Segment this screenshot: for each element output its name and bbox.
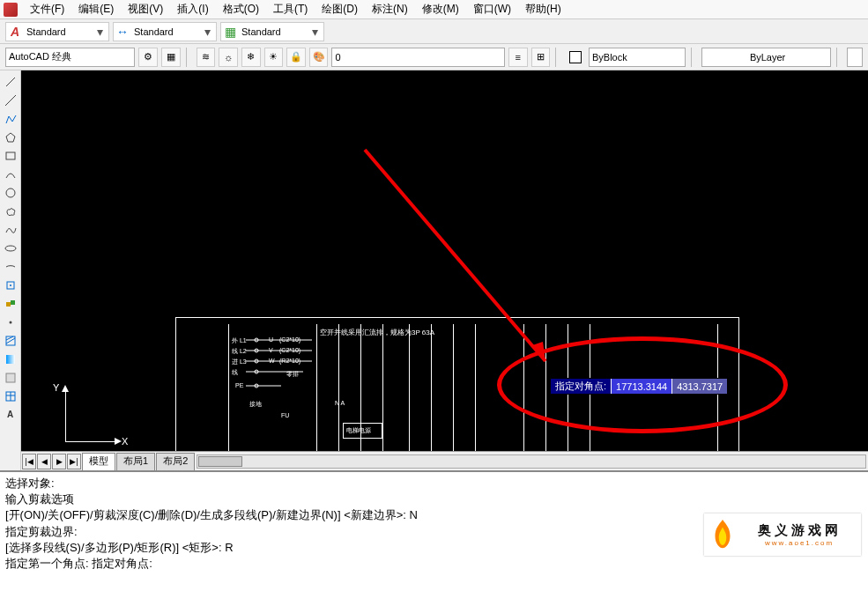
tool-region[interactable] [2, 369, 19, 386]
textstyle-select[interactable] [24, 23, 91, 41]
svg-marker-31 [62, 385, 69, 392]
drawing-canvas-wrap: 空开并线采用汇流排，规格为3P 63A 外 L1 线 L2 进 L3 线 PE … [21, 70, 868, 470]
tab-nav-next[interactable]: ▶ [52, 454, 66, 469]
layer-lock-icon[interactable]: 🔒 [286, 48, 306, 67]
tooltip-y: 4313.7317 [671, 379, 727, 394]
svg-rect-14 [6, 355, 15, 364]
tool-arc[interactable] [2, 166, 19, 182]
menu-window[interactable]: 窗口(W) [466, 0, 518, 18]
dimstyle-select[interactable] [131, 23, 198, 41]
cmd-line: 选择对象: [5, 476, 863, 491]
svg-point-7 [10, 284, 11, 286]
tool-gradient[interactable] [2, 351, 19, 367]
svg-rect-3 [6, 152, 15, 159]
tool-table[interactable] [2, 388, 19, 404]
menu-format[interactable]: 格式(O) [216, 0, 266, 18]
layer-color-icon[interactable]: 🎨 [309, 48, 329, 67]
dropdown-icon[interactable]: ▾ [198, 23, 216, 41]
svg-marker-32 [115, 438, 122, 445]
tab-nav-first[interactable]: |◀ [22, 454, 36, 469]
menu-bar: 文件(F) 编辑(E) 视图(V) 插入(I) 格式(O) 工具(T) 绘图(D… [0, 0, 868, 19]
dropdown-icon[interactable]: ▾ [306, 23, 323, 41]
menu-file[interactable]: 文件(F) [23, 0, 71, 18]
tablestyle-icon[interactable]: ▦ [221, 23, 239, 41]
layer-state-icon[interactable]: ≡ [508, 48, 528, 67]
tool-spline[interactable] [2, 221, 19, 238]
tool-ellipsearc[interactable] [2, 258, 19, 275]
toolpalette-icon[interactable]: ▦ [161, 48, 181, 67]
tool-line[interactable] [2, 73, 19, 90]
draw-toolbar: A [0, 70, 21, 470]
tool-hatch[interactable] [2, 332, 19, 349]
tab-layout1[interactable]: 布局1 [116, 453, 155, 470]
watermark-title: 奥义游戏网 [738, 522, 861, 539]
tool-polygon[interactable] [2, 129, 19, 145]
tool-revcloud[interactable] [2, 203, 19, 219]
watermark-icon [708, 518, 738, 551]
menu-tools[interactable]: 工具(T) [266, 0, 315, 18]
menu-draw[interactable]: 绘图(D) [315, 0, 365, 18]
svg-rect-8 [6, 302, 11, 307]
linetype-select[interactable] [701, 48, 831, 67]
workspace-settings-icon[interactable]: ⚙ [138, 48, 158, 67]
drawing-canvas[interactable]: 空开并线采用汇流排，规格为3P 63A 外 L1 线 L2 进 L3 线 PE … [21, 70, 868, 451]
cmd-line: 输入剪裁选项 [5, 491, 863, 507]
layout-tabbar: |◀ ◀ ▶ ▶| 模型 布局1 布局2 [21, 451, 868, 470]
menu-edit[interactable]: 编辑(E) [71, 0, 121, 18]
tool-insert[interactable] [2, 277, 19, 293]
svg-rect-15 [6, 373, 15, 382]
svg-rect-9 [11, 300, 15, 305]
app-icon [4, 3, 18, 17]
textstyle-icon[interactable]: A [6, 23, 24, 41]
ucs-y-label: Y [53, 382, 59, 393]
watermark-url: www.aoe1.com [738, 539, 861, 547]
cmd-line: 指定第一个角点: 指定对角点: [5, 556, 863, 572]
tab-nav-prev[interactable]: ◀ [37, 454, 51, 469]
color-select[interactable] [589, 48, 686, 67]
watermark: 奥义游戏网 www.aoe1.com [704, 513, 861, 556]
wire-lines [228, 335, 739, 405]
tooltip-label: 指定对角点: [551, 379, 611, 394]
tool-block[interactable] [2, 295, 19, 312]
svg-line-1 [5, 95, 16, 106]
lineweight-select[interactable] [847, 48, 863, 67]
tool-ellipse[interactable] [2, 240, 19, 256]
svg-point-10 [9, 321, 11, 323]
dimstyle-icon[interactable]: ↔ [114, 23, 131, 41]
menu-insert[interactable]: 插入(I) [170, 0, 215, 18]
svg-marker-2 [6, 133, 15, 142]
svg-point-4 [6, 188, 15, 197]
style-toolbar: A ▾ ↔ ▾ ▦ ▾ [0, 19, 868, 44]
tool-pline[interactable] [2, 110, 19, 127]
tablestyle-select[interactable] [239, 23, 306, 41]
tool-mtext[interactable]: A [2, 406, 19, 423]
svg-line-0 [6, 78, 15, 86]
layer-freeze-icon[interactable]: ❄ [241, 48, 261, 67]
dropdown-icon[interactable]: ▾ [91, 23, 108, 41]
menu-modify[interactable]: 修改(M) [415, 0, 466, 18]
coordinate-tooltip: 指定对角点: 17713.3144 4313.7317 [550, 378, 728, 395]
tool-rectangle[interactable] [2, 147, 19, 164]
tab-nav-last[interactable]: ▶| [67, 454, 81, 469]
layer-bulb-icon[interactable]: ☼ [219, 48, 238, 67]
layers-icon[interactable]: ≋ [197, 48, 216, 67]
layer-match-icon[interactable]: ⊞ [531, 48, 551, 67]
menu-help[interactable]: 帮助(H) [518, 0, 568, 18]
properties-toolbar: ⚙ ▦ ≋ ☼ ❄ ☀ 🔒 🎨 ≡ ⊞ [0, 44, 868, 70]
tool-circle[interactable] [2, 184, 19, 201]
layer-sun-icon[interactable]: ☀ [264, 48, 284, 67]
tab-layout2[interactable]: 布局2 [156, 453, 195, 470]
workspace-select[interactable] [5, 48, 135, 67]
horizontal-scrollbar[interactable] [197, 454, 866, 469]
main-area: A 空开并线采用汇流排，规格为3P 63A 外 L1 [0, 70, 868, 470]
tool-point[interactable] [2, 314, 19, 330]
tool-xline[interactable] [2, 92, 19, 108]
color-swatch-icon[interactable] [569, 51, 582, 63]
ucs-x-label: X [122, 436, 128, 447]
svg-point-5 [5, 246, 16, 251]
tab-model[interactable]: 模型 [82, 453, 115, 470]
menu-view[interactable]: 视图(V) [121, 0, 170, 18]
menu-dimension[interactable]: 标注(N) [365, 0, 415, 18]
tooltip-x: 17713.3144 [611, 379, 671, 394]
layer-select[interactable] [331, 48, 505, 67]
